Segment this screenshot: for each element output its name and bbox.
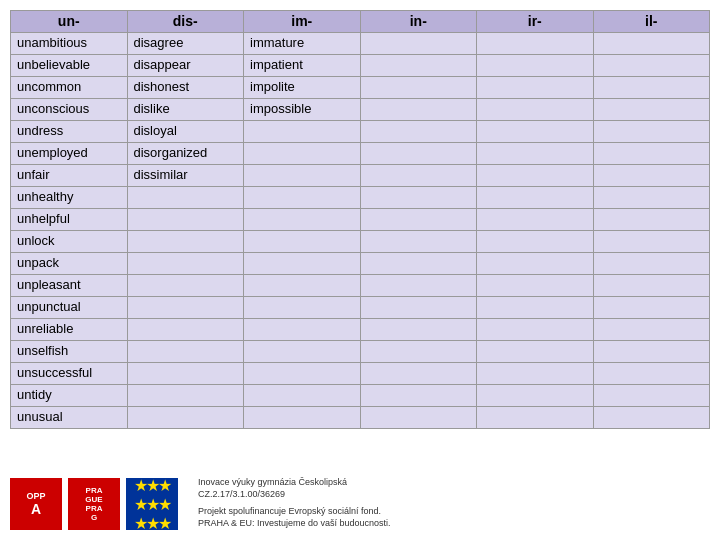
table-row: unhealthy — [11, 187, 710, 209]
cell-un: unhelpful — [11, 209, 128, 231]
cell-ir — [477, 77, 594, 99]
table-row: unfairdissimilar — [11, 165, 710, 187]
cell-un: unsuccessful — [11, 363, 128, 385]
table-row: unsuccessful — [11, 363, 710, 385]
cell-in — [360, 385, 477, 407]
cell-il — [593, 275, 710, 297]
cell-il — [593, 297, 710, 319]
table-row: unpack — [11, 253, 710, 275]
cell-il — [593, 121, 710, 143]
table-row: uncommondishonestimpolite — [11, 77, 710, 99]
cell-im — [244, 275, 361, 297]
table-wrapper: un- dis- im- in- ir- il- unambitiousdisa… — [10, 10, 710, 452]
table-row: unbelievabledisappearimpatient — [11, 55, 710, 77]
table-row: unreliable — [11, 319, 710, 341]
cell-dis: disorganized — [127, 143, 244, 165]
cell-im — [244, 121, 361, 143]
cell-un: unconscious — [11, 99, 128, 121]
table-row: undressdisloyal — [11, 121, 710, 143]
cell-dis — [127, 253, 244, 275]
cell-in — [360, 275, 477, 297]
cell-in — [360, 407, 477, 429]
header-un: un- — [11, 11, 128, 33]
cell-un: unlock — [11, 231, 128, 253]
cell-dis — [127, 275, 244, 297]
cell-ir — [477, 297, 594, 319]
cell-il — [593, 385, 710, 407]
eu-logo: ★★★★★★★★★ — [126, 478, 178, 530]
cell-il — [593, 253, 710, 275]
cell-in — [360, 121, 477, 143]
cell-im — [244, 319, 361, 341]
cell-un: unselfish — [11, 341, 128, 363]
cell-ir — [477, 231, 594, 253]
cell-im — [244, 341, 361, 363]
footer-text2: Projekt spolufinancuje Evropský sociální… — [198, 505, 710, 530]
cell-dis — [127, 209, 244, 231]
cell-ir — [477, 407, 594, 429]
cell-un: unreliable — [11, 319, 128, 341]
cell-in — [360, 99, 477, 121]
cell-in — [360, 165, 477, 187]
cell-ir — [477, 385, 594, 407]
footer-logos: OPP A PRAGUEPRAG ★★★★★★★★★ — [10, 478, 178, 530]
cell-ir — [477, 253, 594, 275]
cell-un: unpack — [11, 253, 128, 275]
cell-im — [244, 385, 361, 407]
cell-il — [593, 187, 710, 209]
header-im: im- — [244, 11, 361, 33]
table-row: untidy — [11, 385, 710, 407]
cell-un: unbelievable — [11, 55, 128, 77]
oppa-logo: OPP A — [10, 478, 62, 530]
cell-un: undress — [11, 121, 128, 143]
cell-in — [360, 77, 477, 99]
page: un- dis- im- in- ir- il- unambitiousdisa… — [0, 0, 720, 540]
cell-dis: dishonest — [127, 77, 244, 99]
cell-un: unhealthy — [11, 187, 128, 209]
cell-im — [244, 143, 361, 165]
cell-il — [593, 99, 710, 121]
cell-il — [593, 143, 710, 165]
prefix-table: un- dis- im- in- ir- il- unambitiousdisa… — [10, 10, 710, 429]
cell-il — [593, 231, 710, 253]
cell-im — [244, 231, 361, 253]
cell-il — [593, 407, 710, 429]
cell-in — [360, 297, 477, 319]
header-dis: dis- — [127, 11, 244, 33]
header-in: in- — [360, 11, 477, 33]
cell-im — [244, 363, 361, 385]
cell-in — [360, 209, 477, 231]
table-row: unusual — [11, 407, 710, 429]
cell-in — [360, 187, 477, 209]
cell-il — [593, 341, 710, 363]
cell-ir — [477, 55, 594, 77]
cell-un: untidy — [11, 385, 128, 407]
cell-im — [244, 253, 361, 275]
cell-il — [593, 77, 710, 99]
cell-dis — [127, 187, 244, 209]
cell-un: unpunctual — [11, 297, 128, 319]
cell-im: impolite — [244, 77, 361, 99]
table-row: unhelpful — [11, 209, 710, 231]
cell-ir — [477, 275, 594, 297]
cell-il — [593, 165, 710, 187]
cell-un: unfair — [11, 165, 128, 187]
cell-in — [360, 319, 477, 341]
table-row: unpunctual — [11, 297, 710, 319]
cell-ir — [477, 33, 594, 55]
cell-in — [360, 363, 477, 385]
cell-un: unusual — [11, 407, 128, 429]
cell-ir — [477, 165, 594, 187]
cell-im — [244, 209, 361, 231]
cell-in — [360, 55, 477, 77]
table-row: unemployeddisorganized — [11, 143, 710, 165]
cell-il — [593, 33, 710, 55]
table-row: unconsciousdislikeimpossible — [11, 99, 710, 121]
table-row: unselfish — [11, 341, 710, 363]
footer: OPP A PRAGUEPRAG ★★★★★★★★★ Inovace výuky… — [10, 460, 710, 530]
footer-text1: Inovace výuky gymnázia Českolipská CZ.2.… — [198, 476, 710, 501]
header-ir: ir- — [477, 11, 594, 33]
cell-un: unambitious — [11, 33, 128, 55]
cell-il — [593, 55, 710, 77]
cell-im — [244, 165, 361, 187]
